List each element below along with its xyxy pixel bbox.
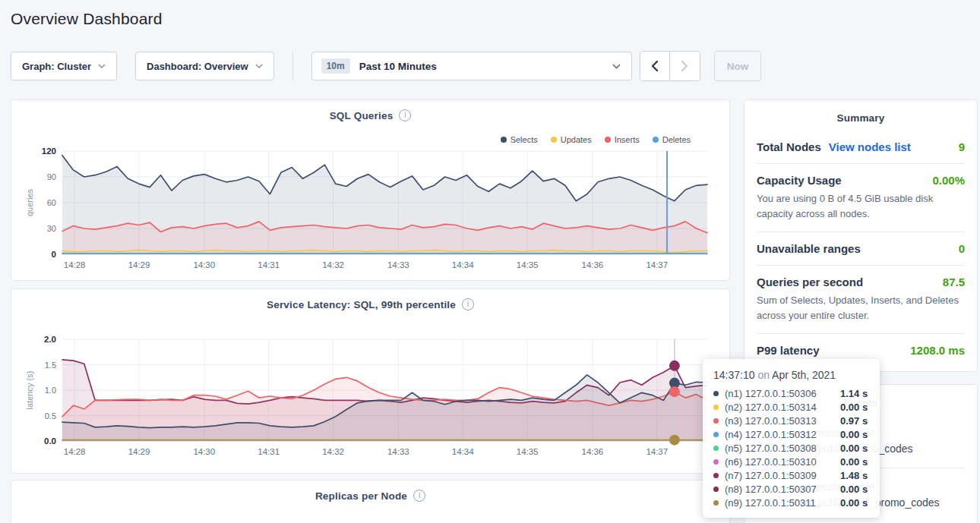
- x-tick-label: 14:37: [646, 260, 668, 269]
- legend-item-selects[interactable]: Selects: [501, 135, 538, 144]
- legend-item-updates[interactable]: Updates: [551, 135, 592, 144]
- tooltip-node-label: (n5) 127.0.0.1:50308: [725, 443, 840, 454]
- info-icon[interactable]: i: [413, 490, 425, 502]
- x-tick-label: 14:34: [452, 260, 474, 269]
- x-tick-label: 14:37: [646, 447, 668, 456]
- legend-dot-icon: [501, 137, 507, 143]
- tooltip-row: (n8) 127.0.0.1:503070.00 s: [713, 482, 869, 496]
- tooltip-row: (n6) 127.0.0.1:503100.00 s: [713, 455, 869, 468]
- chevron-down-icon: [255, 64, 263, 68]
- tooltip-node-label: (n9) 127.0.0.1:50311: [725, 497, 840, 509]
- summary-title: Summary: [744, 100, 977, 124]
- tooltip-node-value: 0.00 s: [840, 456, 868, 468]
- tooltip-row: (n1) 127.0.0.1:503061.14 s: [713, 386, 869, 400]
- x-tick-label: 14:31: [258, 260, 280, 269]
- summary-row-value: 87.5: [943, 276, 965, 288]
- node-color-dot-icon: [713, 446, 719, 451]
- service-latency-plot[interactable]: [62, 339, 707, 441]
- summary-row: Queries per second87.5Sum of Selects, Up…: [757, 276, 965, 323]
- legend-dot-icon: [653, 137, 659, 143]
- dashboard-dropdown[interactable]: Dashboard: Overview: [135, 52, 274, 80]
- summary-row: P99 latency1208.0 ms: [757, 344, 965, 357]
- legend-item-inserts[interactable]: Inserts: [605, 135, 640, 144]
- x-tick-label: 14:30: [193, 447, 215, 456]
- summary-row-label: Queries per second: [757, 276, 863, 288]
- graph-dropdown[interactable]: Graph: Cluster: [11, 52, 117, 80]
- time-range-label: Past 10 Minutes: [359, 61, 437, 72]
- summary-row: Capacity Usage0.00%You are using 0 B of …: [757, 174, 965, 222]
- now-button-disabled[interactable]: Now: [714, 51, 762, 81]
- legend-label: Selects: [511, 135, 538, 144]
- legend-label: Inserts: [615, 135, 640, 144]
- node-color-dot-icon: [713, 418, 719, 424]
- summary-row-value: 0: [959, 242, 965, 255]
- summary-divider: [757, 333, 965, 334]
- summary-divider: [757, 163, 965, 164]
- time-range-badge: 10m: [321, 58, 350, 74]
- x-tick-label: 14:31: [258, 447, 280, 456]
- x-tick-label: 14:36: [581, 260, 603, 269]
- tooltip-row: (n4) 127.0.0.1:503120.00 s: [713, 427, 869, 441]
- x-tick-label: 14:29: [128, 260, 150, 269]
- x-tick-label: 14:36: [581, 447, 603, 456]
- x-tick-label: 14:33: [387, 447, 409, 456]
- time-prev-button[interactable]: [640, 51, 670, 81]
- summary-row-line: Queries per second87.5: [757, 276, 965, 288]
- summary-row: Unavailable ranges0: [757, 242, 965, 255]
- summary-row-value: 0.00%: [932, 174, 965, 187]
- sql-queries-plot[interactable]: [62, 151, 707, 254]
- legend-label: Deletes: [662, 135, 691, 144]
- summary-row-label: Unavailable ranges: [757, 242, 861, 255]
- x-tick-label: 14:34: [452, 447, 474, 456]
- tooltip-node-label: (n4) 127.0.0.1:50312: [725, 429, 840, 440]
- time-range-picker[interactable]: 10m Past 10 Minutes: [311, 52, 632, 80]
- summary-row-label: Total Nodes: [757, 140, 821, 153]
- node-color-dot-icon: [713, 500, 719, 506]
- summary-row-description: You are using 0 B of 4.5 GiB usable disk…: [757, 191, 965, 222]
- view-nodes-list-link[interactable]: View nodes list: [829, 140, 911, 153]
- tooltip-node-value: 1.14 s: [840, 388, 868, 399]
- summary-row-line: Total NodesView nodes list9: [757, 140, 965, 153]
- tooltip-timestamp: 14:37:10 on Apr 5th, 2021: [713, 369, 869, 381]
- node-color-dot-icon: [713, 391, 719, 396]
- x-tick-label: 14:28: [64, 260, 86, 269]
- x-tick-label: 14:29: [128, 447, 150, 456]
- legend-dot-icon: [551, 137, 557, 143]
- y-tick-label: 90: [17, 172, 56, 181]
- service-latency-card: Service Latency: SQL, 99th percentile i …: [11, 288, 730, 474]
- summary-divider: [757, 232, 965, 232]
- summary-row-value: 9: [959, 140, 965, 153]
- legend-item-deletes[interactable]: Deletes: [653, 135, 691, 144]
- summary-row-line: Unavailable ranges0: [757, 242, 965, 255]
- summary-row-line: Capacity Usage0.00%: [757, 174, 965, 187]
- tooltip-node-label: (n7) 127.0.0.1:50309: [725, 470, 840, 481]
- y-tick-label: 120: [17, 147, 56, 156]
- sql-queries-card: SQL Queries i SelectsUpdatesInsertsDelet…: [11, 99, 730, 281]
- summary-row-label: Capacity Usage: [757, 174, 842, 187]
- tooltip-node-label: (n1) 127.0.0.1:50306: [725, 388, 840, 399]
- tooltip-node-value: 0.00 s: [840, 429, 868, 440]
- tooltip-row: (n9) 127.0.0.1:503110.00 s: [713, 496, 869, 509]
- service-latency-title: Service Latency: SQL, 99th percentile: [267, 299, 456, 310]
- y-tick-label: 1.0: [17, 386, 56, 395]
- tooltip-node-label: (n3) 127.0.0.1:50313: [725, 415, 840, 427]
- chart-latency-svg: [62, 339, 707, 441]
- summary-row-line: P99 latency1208.0 ms: [757, 344, 965, 357]
- info-icon[interactable]: i: [462, 298, 474, 310]
- summary-row-description: Sum of Selects, Updates, Inserts, and De…: [757, 293, 965, 323]
- info-icon[interactable]: i: [399, 109, 411, 121]
- node-color-dot-icon: [713, 432, 719, 437]
- x-tick-label: 14:32: [322, 260, 344, 269]
- time-next-button-disabled[interactable]: [670, 51, 700, 81]
- y-tick-label: 0.5: [17, 411, 56, 421]
- x-tick-label: 14:32: [322, 447, 344, 456]
- legend-label: Updates: [561, 135, 592, 144]
- toolbar-divider: [292, 52, 293, 80]
- chevron-down-icon: [612, 64, 621, 69]
- node-color-dot-icon: [713, 405, 719, 410]
- summary-card: Summary Total NodesView nodes list9Capac…: [744, 99, 978, 372]
- x-tick-label: 14:35: [517, 260, 539, 269]
- tooltip-node-label: (n2) 127.0.0.1:50314: [725, 402, 840, 413]
- summary-divider: [757, 265, 965, 266]
- y-tick-label: 60: [17, 198, 56, 207]
